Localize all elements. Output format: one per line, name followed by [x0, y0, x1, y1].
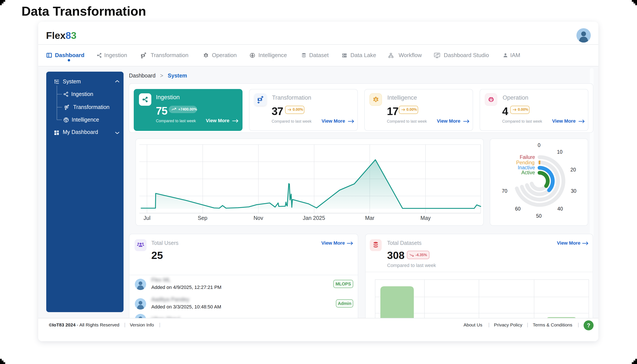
svg-text:20: 20: [570, 167, 576, 172]
svg-text:40: 40: [557, 206, 563, 212]
svg-text:50: 50: [536, 213, 542, 219]
svg-text:Failure: Failure: [520, 154, 535, 160]
svg-text:Active: Active: [521, 170, 535, 176]
svg-text:10: 10: [557, 149, 562, 155]
svg-text:70: 70: [502, 188, 508, 194]
svg-text:30: 30: [571, 188, 576, 194]
svg-text:60: 60: [515, 206, 521, 212]
svg-text:0: 0: [538, 142, 540, 148]
